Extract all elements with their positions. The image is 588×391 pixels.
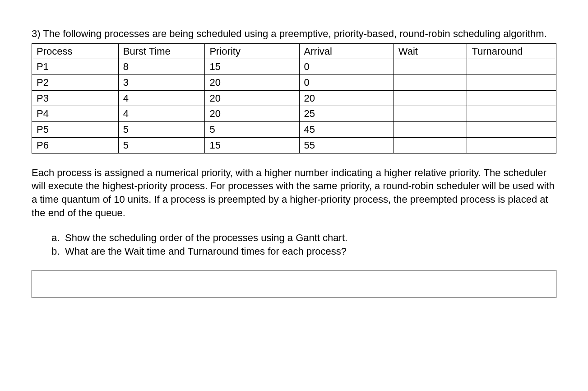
subq-text: Show the scheduling order of the process…: [65, 231, 556, 245]
cell-burst: 4: [118, 90, 205, 106]
table-row: P4 4 20 25: [32, 106, 556, 122]
table-header-row: Process Burst Time Priority Arrival Wait…: [32, 43, 556, 59]
cell-turnaround: [467, 137, 556, 153]
cell-arrival: 0: [299, 75, 394, 91]
subquestion-a: a. Show the scheduling order of the proc…: [51, 231, 556, 245]
cell-wait: [394, 90, 467, 106]
cell-burst: 5: [118, 122, 205, 138]
question-text: The following processes are being schedu…: [43, 28, 547, 39]
header-wait: Wait: [394, 43, 467, 59]
subq-text: What are the Wait time and Turnaround ti…: [65, 245, 556, 258]
cell-wait: [394, 75, 467, 91]
cell-burst: 4: [118, 106, 205, 122]
cell-priority: 20: [205, 90, 299, 106]
cell-wait: [394, 59, 467, 75]
table-row: P1 8 15 0: [32, 59, 556, 75]
subquestion-b: b. What are the Wait time and Turnaround…: [51, 245, 556, 258]
header-burst: Burst Time: [118, 43, 205, 59]
cell-arrival: 55: [299, 137, 394, 153]
cell-burst: 8: [118, 59, 205, 75]
subq-label: b.: [51, 245, 65, 258]
cell-wait: [394, 122, 467, 138]
cell-turnaround: [467, 106, 556, 122]
answer-box: [32, 270, 556, 298]
question-number: 3): [32, 28, 41, 39]
header-arrival: Arrival: [299, 43, 394, 59]
process-table: Process Burst Time Priority Arrival Wait…: [32, 43, 556, 154]
cell-priority: 20: [205, 75, 299, 91]
cell-turnaround: [467, 122, 556, 138]
cell-turnaround: [467, 90, 556, 106]
cell-arrival: 0: [299, 59, 394, 75]
cell-turnaround: [467, 75, 556, 91]
table-row: P2 3 20 0: [32, 75, 556, 91]
subquestions: a. Show the scheduling order of the proc…: [32, 231, 556, 258]
cell-arrival: 45: [299, 122, 394, 138]
cell-process: P1: [32, 59, 119, 75]
cell-process: P3: [32, 90, 119, 106]
cell-priority: 15: [205, 59, 299, 75]
cell-turnaround: [467, 59, 556, 75]
header-turnaround: Turnaround: [467, 43, 556, 59]
cell-priority: 15: [205, 137, 299, 153]
cell-priority: 20: [205, 106, 299, 122]
cell-wait: [394, 106, 467, 122]
cell-priority: 5: [205, 122, 299, 138]
cell-process: P5: [32, 122, 119, 138]
question-description: Each process is assigned a numerical pri…: [32, 166, 556, 220]
question-intro: 3) The following processes are being sch…: [32, 27, 556, 41]
cell-arrival: 20: [299, 90, 394, 106]
cell-process: P4: [32, 106, 119, 122]
subq-label: a.: [51, 231, 65, 245]
header-process: Process: [32, 43, 119, 59]
cell-burst: 5: [118, 137, 205, 153]
table-row: P5 5 5 45: [32, 122, 556, 138]
cell-burst: 3: [118, 75, 205, 91]
header-priority: Priority: [205, 43, 299, 59]
cell-wait: [394, 137, 467, 153]
cell-process: P2: [32, 75, 119, 91]
cell-arrival: 25: [299, 106, 394, 122]
table-row: P3 4 20 20: [32, 90, 556, 106]
cell-process: P6: [32, 137, 119, 153]
table-row: P6 5 15 55: [32, 137, 556, 153]
